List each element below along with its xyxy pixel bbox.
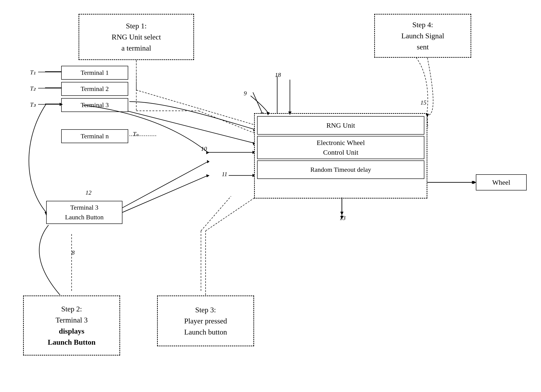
step4-box: Step 4: Launch Signal sent [374,14,471,58]
terminal1-label: Terminal 1 [81,69,109,76]
number-18: 18 [275,72,281,78]
svg-line-48 [206,198,254,231]
terminal2-box: Terminal 2 [61,82,128,96]
svg-line-6 [253,92,262,113]
tn-label: Tₙ [133,130,138,138]
t2-label: T₂ [30,85,36,92]
step2-box: Step 2: Terminal 3 displays Launch Butto… [23,295,120,356]
number-15: 15 [420,99,427,106]
step1-label: Step 1: RNG Unit select a terminal [112,20,161,54]
terminal3-launch-label: Terminal 3 Launch Button [65,203,104,222]
electronic-wheel-label: Electronic Wheel Control Unit [317,138,365,157]
number-8: 8 [72,249,75,256]
main-system-box: RNG Unit Electronic Wheel Control Unit R… [254,113,427,199]
terminal3-box: Terminal 3 [61,98,128,112]
rng-unit-box: RNG Unit [257,116,424,134]
wheel-label: Wheel [492,178,510,186]
step3-box: Step 3: Player pressed Launch button [157,295,254,346]
svg-line-14 [201,196,231,231]
step3-label: Step 3: Player pressed Launch button [184,304,227,338]
number-10: 10 [201,145,207,152]
random-timeout-label: Random Timeout delay [311,166,371,173]
terminalN-box: Terminal n [61,129,128,143]
svg-line-33 [136,90,254,125]
svg-line-2 [199,111,256,134]
step4-label: Step 4: Launch Signal sent [401,19,444,52]
wheel-box: Wheel [476,174,527,191]
t3-label: T₃ [30,101,36,108]
terminal1-box: Terminal 1 [61,66,128,80]
step2-label: Step 2: Terminal 3 displays Launch Butto… [47,303,95,348]
random-timeout-box: Random Timeout delay [257,160,424,179]
number-11: 11 [222,171,227,178]
step1-box: Step 1: RNG Unit select a terminal [78,14,194,60]
terminalN-label: Terminal n [81,133,109,140]
number-13: 13 [340,215,346,222]
svg-line-15 [122,162,208,208]
t1-label: T₁ [30,69,36,76]
rng-unit-label: RNG Unit [326,121,355,129]
terminal3-launch-box: Terminal 3 Launch Button [46,201,122,224]
terminal3-label: Terminal 3 [81,101,109,109]
number-9: 9 [244,90,247,97]
svg-marker-16 [207,160,209,163]
electronic-wheel-box: Electronic Wheel Control Unit [257,136,424,159]
svg-line-42 [427,115,428,128]
svg-line-36 [122,175,208,212]
svg-marker-18 [472,181,475,184]
number-12: 12 [85,189,91,196]
diagram-container: Step 1: RNG Unit select a terminal Step … [0,0,541,392]
terminal2-label: Terminal 2 [81,85,109,93]
svg-marker-37 [206,174,209,177]
